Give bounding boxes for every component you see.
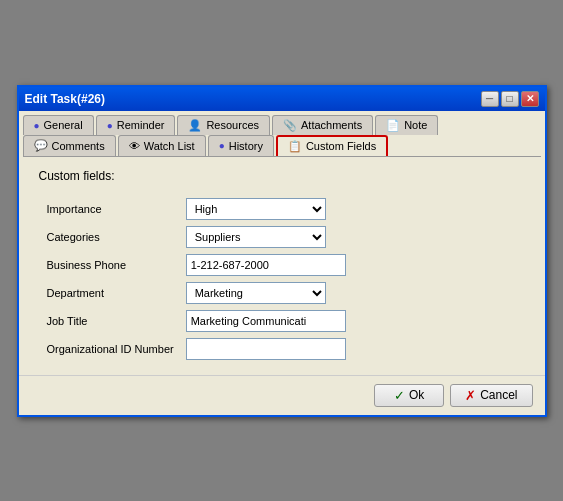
ok-button[interactable]: ✓ Ok	[374, 384, 444, 407]
main-window: Edit Task(#26) ─ □ ✕ ● General ● Reminde…	[17, 85, 547, 417]
minimize-icon: ─	[486, 93, 493, 104]
tab-watchlist[interactable]: 👁 Watch List	[118, 135, 206, 156]
footer: ✓ Ok ✗ Cancel	[19, 375, 545, 415]
control-categories: Suppliers Partners Customers	[186, 223, 525, 251]
select-importance[interactable]: High Medium Low	[186, 198, 326, 220]
general-icon: ●	[34, 120, 40, 131]
field-row-categories: Categories Suppliers Partners Customers	[39, 223, 525, 251]
comments-icon: 💬	[34, 139, 48, 152]
control-department: Marketing Sales IT	[186, 279, 525, 307]
tab-comments-label: Comments	[52, 140, 105, 152]
label-importance: Importance	[39, 195, 186, 223]
tab-row-1: ● General ● Reminder 👤 Resources 📎 Attac…	[19, 111, 545, 135]
field-row-department: Department Marketing Sales IT	[39, 279, 525, 307]
form-table: Importance High Medium Low Categories Su…	[39, 195, 525, 363]
customfields-icon: 📋	[288, 140, 302, 153]
field-row-job-title: Job Title	[39, 307, 525, 335]
select-categories[interactable]: Suppliers Partners Customers	[186, 226, 326, 248]
minimize-button[interactable]: ─	[481, 91, 499, 107]
tab-customfields[interactable]: 📋 Custom Fields	[276, 135, 388, 156]
label-department: Department	[39, 279, 186, 307]
close-button[interactable]: ✕	[521, 91, 539, 107]
reminder-icon: ●	[107, 120, 113, 131]
tab-attachments-label: Attachments	[301, 119, 362, 131]
label-job-title: Job Title	[39, 307, 186, 335]
field-row-business-phone: Business Phone	[39, 251, 525, 279]
tab-note-label: Note	[404, 119, 427, 131]
close-icon: ✕	[526, 93, 534, 104]
label-categories: Categories	[39, 223, 186, 251]
label-business-phone: Business Phone	[39, 251, 186, 279]
tab-attachments[interactable]: 📎 Attachments	[272, 115, 373, 135]
tab-reminder[interactable]: ● Reminder	[96, 115, 176, 135]
tab-general-label: General	[44, 119, 83, 131]
tab-comments[interactable]: 💬 Comments	[23, 135, 116, 156]
window-title: Edit Task(#26)	[25, 92, 105, 106]
history-icon: ●	[219, 140, 225, 151]
tab-resources-label: Resources	[206, 119, 259, 131]
control-org-id	[186, 335, 525, 363]
field-row-importance: Importance High Medium Low	[39, 195, 525, 223]
title-bar: Edit Task(#26) ─ □ ✕	[19, 87, 545, 111]
field-row-org-id: Organizational ID Number	[39, 335, 525, 363]
cancel-label: Cancel	[480, 388, 517, 402]
cancel-x-icon: ✗	[465, 388, 476, 403]
attachments-icon: 📎	[283, 119, 297, 132]
cancel-button[interactable]: ✗ Cancel	[450, 384, 532, 407]
tab-watchlist-label: Watch List	[144, 140, 195, 152]
window-controls: ─ □ ✕	[481, 91, 539, 107]
tab-resources[interactable]: 👤 Resources	[177, 115, 270, 135]
ok-check-icon: ✓	[394, 388, 405, 403]
input-job-title[interactable]	[186, 310, 346, 332]
tab-note[interactable]: 📄 Note	[375, 115, 438, 135]
note-icon: 📄	[386, 119, 400, 132]
resources-icon: 👤	[188, 119, 202, 132]
tab-general[interactable]: ● General	[23, 115, 94, 135]
tab-row-2: 💬 Comments 👁 Watch List ● History 📋 Cust…	[19, 135, 545, 156]
section-title: Custom fields:	[39, 169, 525, 183]
control-importance: High Medium Low	[186, 195, 525, 223]
select-department[interactable]: Marketing Sales IT	[186, 282, 326, 304]
tab-history-label: History	[229, 140, 263, 152]
watchlist-icon: 👁	[129, 140, 140, 152]
control-business-phone	[186, 251, 525, 279]
tab-history[interactable]: ● History	[208, 135, 274, 156]
input-business-phone[interactable]	[186, 254, 346, 276]
input-org-id[interactable]	[186, 338, 346, 360]
ok-label: Ok	[409, 388, 424, 402]
maximize-button[interactable]: □	[501, 91, 519, 107]
tab-customfields-label: Custom Fields	[306, 140, 376, 152]
control-job-title	[186, 307, 525, 335]
maximize-icon: □	[506, 93, 512, 104]
content-area: Custom fields: Importance High Medium Lo…	[23, 156, 541, 375]
label-org-id: Organizational ID Number	[39, 335, 186, 363]
tab-reminder-label: Reminder	[117, 119, 165, 131]
